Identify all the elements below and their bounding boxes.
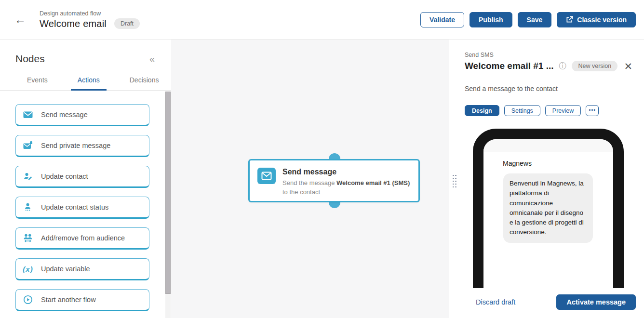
phone-statusbar bbox=[483, 139, 613, 152]
panel-resize-handle[interactable] bbox=[452, 173, 456, 189]
breadcrumb: Design automated flow bbox=[40, 10, 140, 17]
tab-settings[interactable]: Settings bbox=[504, 105, 540, 116]
play-circle-icon bbox=[23, 295, 33, 305]
node-title: Send message bbox=[282, 168, 416, 176]
message-detail-panel: Send SMS Welcome email #1 ... ⓘ New vers… bbox=[449, 40, 644, 318]
discard-draft-link[interactable]: Discard draft bbox=[476, 298, 515, 306]
sidebar-title: Nodes bbox=[15, 53, 45, 65]
people-swap-icon bbox=[23, 233, 33, 243]
panel-title: Welcome email #1 ... bbox=[465, 61, 553, 71]
external-link-icon bbox=[566, 16, 573, 23]
classic-version-label: Classic version bbox=[577, 16, 627, 24]
tab-actions[interactable]: Actions bbox=[71, 76, 107, 91]
action-card[interactable]: Send private message bbox=[15, 135, 149, 157]
sidebar-tabs: Events Actions Decisions bbox=[0, 76, 171, 91]
action-card-label: Send message bbox=[41, 111, 88, 119]
variable-icon: (x) bbox=[23, 264, 33, 274]
collapse-sidebar-icon[interactable]: « bbox=[149, 53, 155, 65]
close-panel-icon[interactable]: ✕ bbox=[624, 61, 632, 71]
nodes-sidebar: Nodes « Events Actions Decisions Send me… bbox=[0, 40, 171, 318]
more-options-button[interactable]: ••• bbox=[586, 105, 599, 116]
tab-decisions[interactable]: Decisions bbox=[127, 76, 162, 90]
action-card-label: Update variable bbox=[41, 265, 90, 273]
sms-message-bubble: Benvenuti in Magnews, la piattaforma di … bbox=[503, 173, 593, 243]
person-status-icon bbox=[23, 202, 33, 212]
action-card[interactable]: Add/remove from audience bbox=[15, 227, 149, 250]
envelope-lock-icon bbox=[23, 141, 33, 150]
back-button[interactable]: ← bbox=[14, 14, 26, 26]
action-card[interactable]: (x)Update variable bbox=[15, 258, 149, 280]
info-icon[interactable]: ⓘ bbox=[559, 61, 566, 71]
app-header: ← Design automated flow Welcome email Dr… bbox=[0, 0, 644, 40]
action-list: Send messageSend private messageUpdate c… bbox=[0, 91, 171, 311]
action-card-label: Start another flow bbox=[41, 296, 96, 304]
envelope-icon bbox=[23, 110, 33, 119]
envelope-icon bbox=[257, 168, 276, 184]
sidebar-scrollbar-thumb[interactable] bbox=[165, 92, 171, 294]
action-card-label: Send private message bbox=[41, 142, 110, 149]
publish-button[interactable]: Publish bbox=[470, 12, 512, 27]
phone-frame: Magnews Benvenuti in Magnews, la piattaf… bbox=[473, 129, 624, 289]
node-description: Send the message Welcome email #1 (SMS) … bbox=[282, 179, 416, 197]
panel-subtitle: Send a message to the contact bbox=[465, 85, 634, 93]
person-edit-icon bbox=[23, 172, 33, 181]
action-card[interactable]: Send message bbox=[15, 104, 149, 126]
phone-preview: Magnews Benvenuti in Magnews, la piattaf… bbox=[473, 129, 624, 289]
header-titles: Design automated flow Welcome email Draf… bbox=[40, 10, 140, 29]
panel-footer: Discard draft Activate message bbox=[449, 288, 644, 318]
status-badge: Draft bbox=[114, 18, 140, 29]
action-card-label: Add/remove from audience bbox=[41, 234, 125, 242]
tab-events[interactable]: Events bbox=[24, 76, 51, 90]
classic-version-button[interactable]: Classic version bbox=[557, 12, 636, 27]
action-card[interactable]: Update contact status bbox=[15, 197, 149, 219]
flow-canvas[interactable]: Send message Send the message Welcome em… bbox=[171, 40, 449, 318]
sms-sender: Magnews bbox=[503, 159, 613, 167]
action-card[interactable]: Update contact bbox=[15, 166, 149, 188]
send-message-node[interactable]: Send message Send the message Welcome em… bbox=[248, 159, 420, 202]
action-card-label: Update contact bbox=[41, 172, 88, 180]
panel-kicker: Send SMS bbox=[465, 52, 634, 58]
new-version-badge: New version bbox=[572, 61, 617, 71]
page-title: Welcome email bbox=[40, 18, 107, 29]
action-card[interactable]: Start another flow bbox=[15, 289, 149, 311]
save-button[interactable]: Save bbox=[518, 12, 552, 27]
validate-button[interactable]: Validate bbox=[420, 12, 464, 27]
tab-preview[interactable]: Preview bbox=[545, 105, 581, 116]
tab-design[interactable]: Design bbox=[465, 105, 499, 116]
header-actions: Validate Publish Save Classic version bbox=[420, 12, 636, 27]
action-card-label: Update contact status bbox=[41, 203, 108, 211]
panel-tabs: Design Settings Preview ••• bbox=[465, 105, 634, 116]
activate-message-button[interactable]: Activate message bbox=[556, 294, 636, 310]
